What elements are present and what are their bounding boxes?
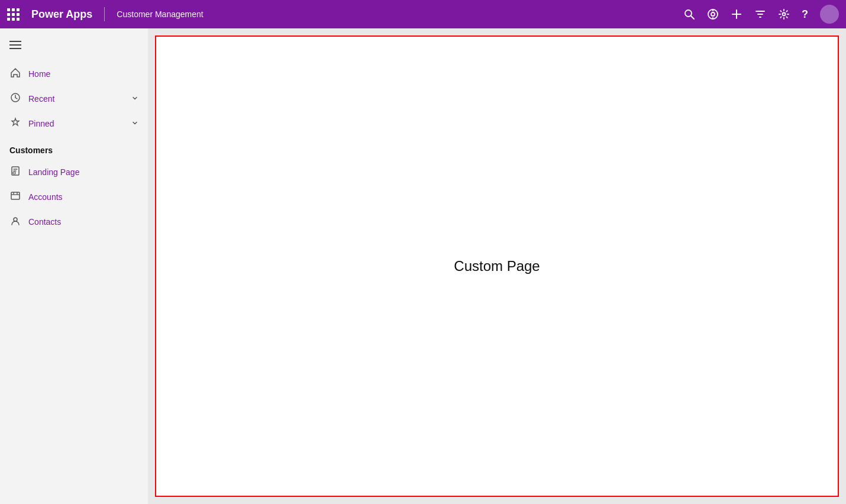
sidebar-item-landing-page[interactable]: Landing Page [0,160,148,185]
sidebar: Home Recent Pinn [0,28,148,504]
svg-line-1 [691,16,694,19]
sidebar-item-accounts[interactable]: Accounts [0,185,148,209]
sidebar-item-contacts[interactable]: Contacts [0,209,148,234]
svg-point-0 [685,10,692,17]
content-area: Custom Page [148,28,846,504]
app-name: Customer Management [117,9,676,19]
recent-chevron-icon [131,95,138,104]
pinned-chevron-icon [131,119,138,128]
filter-icon[interactable] [754,8,766,20]
customers-section-header: Customers [0,136,148,160]
svg-rect-14 [13,172,15,174]
svg-point-3 [711,12,715,16]
content-frame: Custom Page [155,35,839,497]
topbar-actions: ? [683,5,839,24]
svg-rect-15 [11,192,20,199]
main-layout: Home Recent Pinn [0,28,846,504]
hamburger-menu[interactable] [0,33,148,57]
settings-icon[interactable] [778,8,790,20]
svg-point-8 [783,13,786,16]
svg-point-16 [14,218,17,221]
home-icon [9,67,21,80]
add-icon[interactable] [731,8,742,20]
landing-page-icon [9,166,21,179]
contacts-icon [9,215,21,228]
custom-page-label: Custom Page [454,258,540,274]
app-launcher-icon[interactable] [7,8,20,21]
sidebar-item-pinned[interactable]: Pinned [0,111,148,136]
pinned-icon [9,117,21,130]
topbar-divider [104,7,105,21]
sidebar-item-recent[interactable]: Recent [0,86,148,111]
sidebar-item-landing-page-label: Landing Page [28,167,79,177]
target-icon[interactable] [707,8,719,20]
sidebar-item-recent-label: Recent [28,94,124,104]
sidebar-item-contacts-label: Contacts [28,217,61,227]
brand-name: Power Apps [31,8,92,21]
sidebar-item-home[interactable]: Home [0,62,148,86]
accounts-icon [9,190,21,203]
help-icon[interactable]: ? [802,8,808,21]
user-avatar[interactable] [820,5,839,24]
recent-icon [9,92,21,105]
search-icon[interactable] [683,8,695,20]
topbar: Power Apps Customer Management [0,0,846,28]
sidebar-item-home-label: Home [28,69,138,79]
sidebar-item-accounts-label: Accounts [28,192,63,202]
sidebar-item-pinned-label: Pinned [28,119,124,128]
